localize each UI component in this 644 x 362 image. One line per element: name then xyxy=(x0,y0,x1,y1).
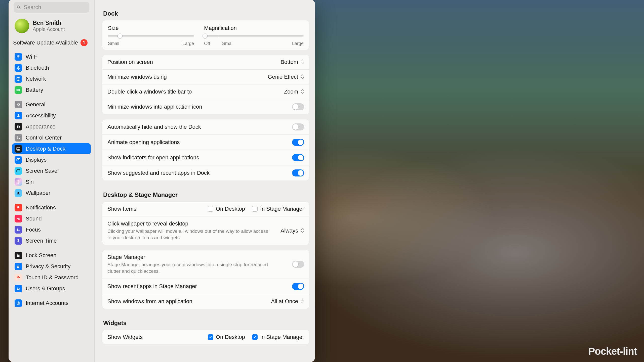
stage-manager-toggle[interactable] xyxy=(292,261,304,268)
autohide-toggle[interactable] xyxy=(292,123,304,130)
dblclick-row[interactable]: Double-click a window's title bar to Zoo… xyxy=(102,84,309,99)
dblclick-popup[interactable]: Zoom⇳ xyxy=(284,88,304,95)
show-from-app-row[interactable]: Show windows from an application All at … xyxy=(102,294,309,309)
suggested-label: Show suggested and recent apps in Dock xyxy=(107,170,210,176)
accessibility-icon xyxy=(15,112,22,119)
software-update-row[interactable]: Software Update Available 1 xyxy=(12,37,91,51)
sidebar-item-label: Appearance xyxy=(26,123,56,130)
show-widgets-stage[interactable]: In Stage Manager xyxy=(252,334,304,340)
sidebar-item-label: Notifications xyxy=(26,204,56,211)
sidebar-item-label: Control Center xyxy=(26,134,62,141)
search-input[interactable] xyxy=(14,2,89,13)
indicators-toggle[interactable] xyxy=(292,154,304,161)
battery-icon xyxy=(15,86,22,94)
show-items-label: Show Items xyxy=(107,206,136,212)
sidebar-item-network[interactable]: Network xyxy=(12,73,91,84)
position-row[interactable]: Position on screen Bottom⇳ xyxy=(102,55,309,69)
indicators-label: Show indicators for open applications xyxy=(107,154,199,161)
sidebar-item-battery[interactable]: Battery xyxy=(12,84,91,96)
minimize-row[interactable]: Minimize windows using Genie Effect⇳ xyxy=(102,69,309,84)
recent-stage-toggle[interactable] xyxy=(292,283,304,290)
sidebar-item-touchid[interactable]: Touch ID & Password xyxy=(12,272,91,283)
svg-rect-14 xyxy=(17,149,20,150)
magnification-min: Small xyxy=(222,41,233,46)
dock-options-card-2: Automatically hide and show the Dock Ani… xyxy=(102,119,309,181)
show-from-app-popup[interactable]: All at Once⇳ xyxy=(271,298,304,305)
updown-icon: ⇳ xyxy=(300,59,304,65)
sidebar-item-users[interactable]: Users & Groups xyxy=(12,283,91,294)
widgets-section-title: Widgets xyxy=(103,320,309,327)
wallpaper-icon xyxy=(15,189,22,197)
sidebar-item-screen-saver[interactable]: Screen Saver xyxy=(12,165,91,176)
sidebar: Ben Smith Apple Account Software Update … xyxy=(9,0,95,362)
size-label: Size xyxy=(108,25,194,31)
sidebar-item-control-center[interactable]: Control Center xyxy=(12,132,91,143)
sidebar-item-appearance[interactable]: Appearance xyxy=(12,121,91,132)
magnification-off: Off xyxy=(204,41,210,46)
sidebar-item-internet-accts[interactable]: Internet Accounts xyxy=(12,298,91,309)
apple-account-row[interactable]: Ben Smith Apple Account xyxy=(12,17,91,37)
sidebar-item-wallpaper[interactable]: Wallpaper xyxy=(12,188,91,199)
size-slider-col: Size Small Large xyxy=(108,25,194,46)
show-items-desktop[interactable]: On Desktop xyxy=(208,206,245,212)
show-widgets-label: Show Widgets xyxy=(107,334,143,340)
show-widgets-desktop[interactable]: On Desktop xyxy=(208,334,245,340)
sidebar-item-accessibility[interactable]: Accessibility xyxy=(12,110,91,121)
animate-toggle[interactable] xyxy=(292,139,304,146)
sidebar-item-label: Users & Groups xyxy=(26,285,65,292)
sidebar-item-desktop-dock[interactable]: Desktop & Dock xyxy=(12,143,91,154)
checkbox-icon[interactable] xyxy=(252,206,258,212)
watermark-text: Pocket-lint xyxy=(588,346,637,357)
show-items-row: Show Items On Desktop In Stage Manager xyxy=(102,202,309,216)
sidebar-item-displays[interactable]: Displays xyxy=(12,154,91,165)
svg-point-22 xyxy=(17,288,19,289)
network-icon xyxy=(15,75,22,83)
reveal-label: Click wallpaper to reveal desktop xyxy=(107,220,268,227)
position-popup[interactable]: Bottom⇳ xyxy=(280,59,304,65)
size-max: Large xyxy=(182,41,194,46)
sidebar-item-sound[interactable]: Sound xyxy=(12,213,91,224)
search-icon xyxy=(17,5,21,10)
sidebar-item-siri[interactable]: Siri xyxy=(12,176,91,188)
minimize-popup[interactable]: Genie Effect⇳ xyxy=(268,74,304,80)
updown-icon: ⇳ xyxy=(300,88,304,95)
sidebar-item-wifi[interactable]: Wi-Fi xyxy=(12,51,91,62)
stage-manager-row: Stage Manager Stage Manager arranges you… xyxy=(102,250,309,278)
sidebar-item-label: Wi-Fi xyxy=(26,54,38,60)
sidebar-item-label: Siri xyxy=(26,179,34,185)
sidebar-item-notifications[interactable]: Notifications xyxy=(12,202,91,213)
sidebar-item-screen-time[interactable]: Screen Time xyxy=(12,235,91,246)
minimize-into-icon-toggle[interactable] xyxy=(292,103,304,110)
reveal-sub: Clicking your wallpaper will move all wi… xyxy=(107,228,268,241)
touchid-icon xyxy=(15,274,22,281)
magnification-slider-col: Magnification Off Small Large xyxy=(204,25,304,46)
sidebar-item-lock-screen[interactable]: Lock Screen xyxy=(12,250,91,261)
reveal-row: Click wallpaper to reveal desktop Clicki… xyxy=(102,216,309,245)
recent-stage-row: Show recent apps in Stage Manager xyxy=(102,279,309,294)
sidebar-item-bluetooth[interactable]: Bluetooth xyxy=(12,62,91,73)
sidebar-item-general[interactable]: General xyxy=(12,99,91,110)
show-widgets-row: Show Widgets On Desktop In Stage Manager xyxy=(102,330,309,344)
position-label: Position on screen xyxy=(107,59,153,65)
checkbox-icon[interactable] xyxy=(252,334,258,340)
checkbox-icon[interactable] xyxy=(208,334,213,340)
magnification-slider[interactable] xyxy=(204,33,304,38)
show-from-app-label: Show windows from an application xyxy=(107,298,192,305)
size-slider[interactable] xyxy=(108,33,194,38)
indicators-row: Show indicators for open applications xyxy=(102,150,309,165)
reveal-popup[interactable]: Always⇳ xyxy=(280,228,304,234)
avatar xyxy=(15,19,29,33)
account-sub: Apple Account xyxy=(33,26,65,32)
sidebar-item-label: Displays xyxy=(26,157,47,163)
checkbox-icon[interactable] xyxy=(208,206,213,212)
sidebar-item-focus[interactable]: Focus xyxy=(12,224,91,235)
suggested-toggle[interactable] xyxy=(292,169,304,176)
sidebar-item-privacy[interactable]: Privacy & Security xyxy=(12,261,91,272)
show-items-stage[interactable]: In Stage Manager xyxy=(252,206,304,212)
svg-line-1 xyxy=(20,8,21,9)
search-container xyxy=(14,2,89,13)
minimize-into-icon-label: Minimize windows into application icon xyxy=(107,104,202,110)
sidebar-item-label: Sound xyxy=(26,215,42,222)
magnification-slider-thumb[interactable] xyxy=(203,34,207,38)
size-slider-thumb[interactable] xyxy=(118,34,122,38)
